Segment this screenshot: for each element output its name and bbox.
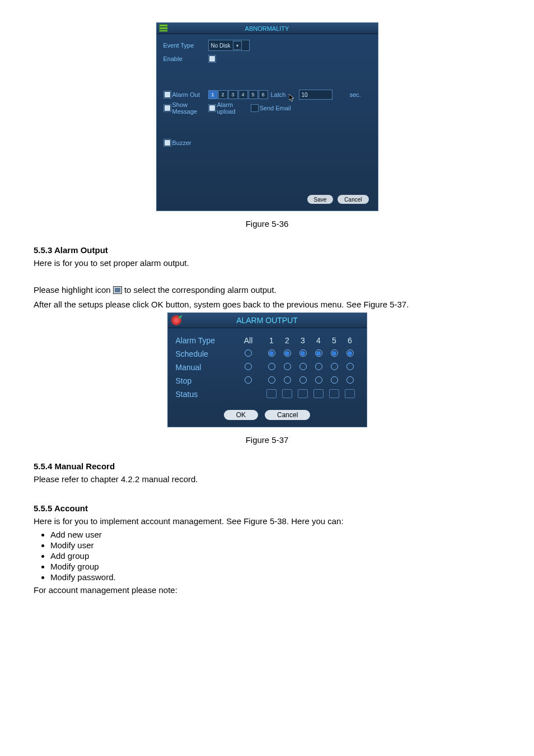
alarm-out-channels: 123456: [208, 90, 269, 99]
abnormality-title: ABNORMALITY: [245, 25, 289, 32]
radio-manual-4[interactable]: [315, 363, 322, 370]
highlight-box-icon: [113, 286, 122, 294]
latch-label: Latch: [271, 91, 286, 98]
alarm-output-titlebar: ALARM OUTPUT: [168, 313, 367, 328]
list-item: Modify password.: [50, 572, 500, 582]
figure-537-caption: Figure 5-37: [34, 435, 500, 445]
abnormality-titlebar: ABNORMALITY: [157, 23, 378, 34]
radio-schedule-2[interactable]: [284, 349, 291, 357]
buzzer-label: Buzzer: [172, 139, 191, 146]
col-3: 3: [298, 336, 308, 345]
radio-manual-5[interactable]: [331, 363, 338, 370]
alarm-channel-1[interactable]: 1: [208, 90, 218, 99]
list-item: Modify group: [50, 562, 500, 571]
buzzer-checkbox[interactable]: [163, 139, 171, 147]
section-554-heading: 5.5.4 Manual Record: [34, 461, 500, 471]
alarm-channel-5[interactable]: 5: [249, 90, 258, 99]
radio-manual-6[interactable]: [346, 363, 354, 370]
list-item: Add group: [50, 551, 500, 561]
enable-label: Enable: [163, 55, 208, 62]
radio-manual-2[interactable]: [284, 363, 291, 370]
alarm-output-title: ALARM OUTPUT: [236, 316, 298, 325]
col-2: 2: [282, 336, 292, 345]
chevron-down-icon: ▾: [233, 41, 242, 50]
alarm-icon: [170, 315, 182, 326]
section-555-heading: 5.5.5 Account: [34, 503, 500, 513]
section-553-heading: 5.5.3 Alarm Output: [34, 245, 500, 255]
col-4: 4: [313, 336, 324, 345]
alarm-upload-checkbox[interactable]: [208, 104, 216, 112]
all-header: All: [237, 336, 260, 345]
svg-rect-0: [159, 25, 167, 27]
alarm-out-label: Alarm Out: [172, 91, 208, 98]
col-5: 5: [329, 336, 339, 345]
radio-schedule-1[interactable]: [268, 349, 275, 357]
save-button[interactable]: Save: [307, 195, 334, 204]
alarm-channel-4[interactable]: 4: [238, 90, 248, 99]
event-type-label: Event Type: [163, 42, 208, 49]
status-label: Status: [176, 390, 237, 399]
account-bullets: Add new userModify userAdd groupModify g…: [34, 530, 500, 582]
alarm-channel-2[interactable]: 2: [218, 90, 228, 99]
ok-button[interactable]: OK: [224, 410, 258, 420]
radio-schedule-3[interactable]: [299, 349, 307, 357]
section-554-p1: Please refer to chapter 4.2.2 manual rec…: [34, 473, 500, 486]
row-label-schedule: Schedule: [176, 349, 237, 358]
show-message-checkbox[interactable]: [163, 104, 171, 112]
radio-all-schedule[interactable]: [245, 349, 252, 357]
abnormality-body: Event Type No Disk ▾ Enable Alarm Out 12…: [157, 34, 378, 158]
list-item: Modify user: [50, 540, 500, 550]
row-label-stop: Stop: [176, 376, 237, 385]
radio-stop-1[interactable]: [268, 376, 275, 384]
alarm-channel-6[interactable]: 6: [259, 90, 268, 99]
send-email-checkbox[interactable]: [251, 104, 259, 112]
cursor-icon: [289, 94, 294, 102]
section-553-p1: Here is for you to set proper alarm outp…: [34, 257, 500, 269]
radio-manual-3[interactable]: [299, 363, 307, 370]
radio-stop-6[interactable]: [346, 376, 354, 384]
status-box-5: [329, 389, 339, 398]
section-553-p2: Please highlight icon to select the corr…: [34, 284, 500, 296]
alarm-out-checkbox[interactable]: [163, 91, 171, 99]
storage-icon: [159, 24, 168, 32]
radio-stop-3[interactable]: [299, 376, 307, 384]
event-type-value: No Disk: [211, 43, 231, 49]
status-box-3: [298, 389, 308, 398]
radio-all-stop[interactable]: [245, 376, 252, 384]
radio-schedule-4[interactable]: [315, 349, 322, 357]
event-type-select[interactable]: No Disk ▾: [208, 40, 250, 51]
show-message-label: Show Message: [172, 101, 208, 115]
svg-rect-1: [159, 27, 167, 30]
status-cells: [260, 389, 359, 400]
alarm-output-body: Alarm Type All 123456 ScheduleManualStop…: [168, 328, 367, 405]
alarm-output-panel: ALARM OUTPUT Alarm Type All 123456 Sched…: [167, 312, 367, 427]
alarm-upload-label: Alarm upload: [217, 101, 251, 115]
alarm-type-label: Alarm Type: [176, 336, 237, 345]
svg-rect-2: [159, 30, 167, 32]
radio-schedule-6[interactable]: [346, 349, 354, 357]
radio-stop-2[interactable]: [284, 376, 291, 384]
status-box-6: [345, 389, 355, 398]
alarm-cancel-button[interactable]: Cancel: [265, 410, 310, 420]
radio-stop-5[interactable]: [331, 376, 338, 384]
radio-stop-4[interactable]: [315, 376, 322, 384]
figure-536-caption: Figure 5-36: [34, 219, 500, 228]
latch-input[interactable]: 10: [299, 90, 332, 100]
sec-label: sec.: [349, 91, 360, 98]
radio-all-manual[interactable]: [245, 363, 252, 370]
status-box-2: [282, 389, 292, 398]
svg-point-4: [174, 318, 179, 323]
section-555-p2: For account management please note:: [34, 584, 500, 596]
section-553-p3: After all the setups please click OK but…: [34, 298, 500, 311]
send-email-label: Send Email: [260, 105, 291, 111]
status-box-1: [266, 389, 277, 398]
enable-checkbox[interactable]: [208, 55, 216, 63]
col-headers: 123456: [260, 336, 359, 345]
radio-manual-1[interactable]: [268, 363, 275, 370]
alarm-channel-3[interactable]: 3: [228, 90, 238, 99]
cancel-button[interactable]: Cancel: [338, 195, 368, 204]
section-555-p1: Here is for you to implement account man…: [34, 515, 500, 528]
row-label-manual: Manual: [176, 363, 237, 372]
status-box-4: [313, 389, 324, 398]
radio-schedule-5[interactable]: [331, 349, 338, 357]
